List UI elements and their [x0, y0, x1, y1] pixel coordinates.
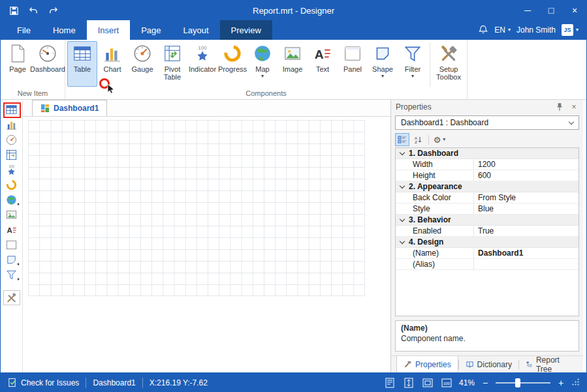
ribbon-item-filter[interactable]: Filter ▾	[398, 41, 428, 87]
component-selector-dropdown[interactable]: Dashboard1 : Dashboard	[395, 115, 579, 130]
property-row-name[interactable]: (Name) Dashboard1	[396, 248, 579, 259]
map-icon	[253, 44, 272, 63]
ribbon-item-image[interactable]: Image	[278, 41, 308, 87]
page-setup-icon[interactable]	[383, 376, 396, 389]
check-icon	[7, 378, 17, 387]
pin-button[interactable]	[555, 102, 564, 112]
group-label-new-item: New Item	[3, 88, 63, 99]
check-for-issues-button[interactable]: Check for Issues	[7, 378, 79, 387]
toolbox-item-image[interactable]	[3, 207, 20, 222]
save-button[interactable]	[6, 3, 22, 18]
dashboard-grid-surface[interactable]	[28, 120, 365, 296]
toolbox-item-gauge[interactable]	[3, 132, 20, 147]
fit-page-icon[interactable]	[421, 376, 434, 389]
tab-page[interactable]: Page	[130, 20, 172, 40]
ribbon-item-gauge[interactable]: Gauge	[127, 41, 157, 87]
svg-text:Z: Z	[415, 140, 417, 144]
ribbon-item-setup-toolbox[interactable]: Setup Toolbox	[432, 41, 465, 87]
toolbox-item-text[interactable]: A	[3, 222, 20, 237]
notifications-button[interactable]	[478, 24, 488, 37]
chevron-down-icon: ▾	[261, 74, 264, 79]
toolbox-item-filter[interactable]	[3, 267, 20, 282]
avatar: JS	[562, 24, 573, 36]
categorized-view-button[interactable]	[395, 133, 409, 146]
ribbon-item-indicator[interactable]: 100 Indicator	[187, 41, 217, 87]
minimize-button[interactable]: ─	[516, 1, 539, 20]
fit-height-icon[interactable]	[402, 376, 415, 389]
chevron-down-icon: ▾	[381, 74, 384, 79]
ribbon-item-page[interactable]: Page	[3, 41, 33, 87]
property-group-appearance[interactable]: 2. Appearance	[396, 181, 579, 192]
toolbox-item-chart[interactable]	[3, 117, 20, 132]
zoom-100-icon[interactable]: 100	[440, 376, 453, 389]
panel-icon	[5, 239, 18, 251]
close-panel-button[interactable]: ×	[569, 102, 579, 112]
status-separator	[142, 378, 143, 388]
image-icon	[5, 209, 18, 221]
ribbon-item-pivot-table[interactable]: Pivot Table	[157, 41, 187, 87]
ribbon-item-dashboard[interactable]: Dashboard	[33, 41, 63, 87]
flyout-arrow-icon	[18, 203, 20, 205]
ribbon-item-table[interactable]: Table	[67, 41, 97, 87]
property-group-behavior[interactable]: 3. Behavior	[396, 215, 579, 226]
property-row-back-color[interactable]: Back Color From Style	[396, 192, 579, 204]
ribbon-item-panel[interactable]: Panel	[338, 41, 368, 87]
user-name: John Smith	[516, 25, 556, 35]
properties-toolbar: AZ ⚙ ▾	[391, 132, 583, 147]
zoom-out-button[interactable]: −	[481, 378, 490, 388]
status-right: 100 41% − +	[383, 376, 580, 389]
ribbon-item-progress[interactable]: Progress	[217, 41, 247, 87]
document-tab-dashboard1[interactable]: Dashboard1	[32, 100, 107, 116]
resize-grip[interactable]	[571, 378, 580, 388]
property-row-style[interactable]: Style Blue	[396, 204, 579, 215]
tab-layout[interactable]: Layout	[172, 20, 220, 40]
undo-button[interactable]	[25, 3, 41, 18]
property-group-dashboard[interactable]: 1. Dashboard	[396, 148, 579, 159]
tab-preview[interactable]: Preview	[220, 20, 272, 40]
zoom-slider-thumb[interactable]	[515, 378, 520, 387]
properties-panel-header: Properties ×	[391, 100, 583, 114]
document-tab-label: Dashboard1	[54, 104, 99, 113]
close-button[interactable]: ×	[563, 1, 586, 20]
document-tab-strip: Dashboard1	[23, 100, 390, 117]
toolbox-item-setup-toolbox[interactable]	[3, 290, 20, 305]
toolbox-item-panel[interactable]	[3, 237, 20, 252]
toolbox-item-progress[interactable]	[3, 177, 20, 192]
zoom-in-button[interactable]: +	[556, 378, 565, 388]
property-row-height[interactable]: Height 600	[396, 170, 579, 181]
chevron-down-icon: ▾	[508, 27, 511, 33]
property-row-alias[interactable]: (Alias)	[396, 259, 579, 270]
property-row-width[interactable]: Width 1200	[396, 159, 579, 170]
toolbox-item-indicator[interactable]: 100	[3, 162, 20, 177]
svg-text:A: A	[415, 136, 417, 140]
tab-insert[interactable]: Insert	[87, 20, 131, 40]
redo-button[interactable]	[45, 3, 61, 18]
chevron-down-icon: ▾	[576, 27, 579, 33]
language-selector[interactable]: EN ▾	[494, 25, 511, 35]
zoom-slider-track[interactable]	[496, 382, 550, 384]
active-page-label[interactable]: Dashboard1	[93, 378, 135, 387]
toolbox-item-shape[interactable]	[3, 252, 20, 267]
shape-icon	[5, 254, 18, 266]
maximize-button[interactable]: □	[539, 1, 563, 20]
toolbox-item-pivot-table[interactable]	[3, 147, 20, 162]
account-menu[interactable]: JS ▾	[562, 24, 579, 36]
property-group-design[interactable]: 4. Design	[396, 237, 579, 248]
toolbar-separator	[428, 135, 429, 145]
ribbon-item-text[interactable]: A Text	[308, 41, 338, 87]
quick-access-toolbar	[1, 3, 86, 18]
panel-tab-dictionary[interactable]: Dictionary	[459, 356, 518, 372]
panel-tab-report-tree[interactable]: Report Tree	[519, 356, 578, 372]
design-canvas[interactable]	[23, 117, 390, 372]
panel-tab-properties[interactable]: Properties	[396, 356, 458, 372]
ribbon-item-map[interactable]: Map ▾	[247, 41, 278, 87]
zoom-slider[interactable]	[496, 378, 550, 388]
property-row-enabled[interactable]: Enabled True	[396, 226, 579, 237]
alphabetical-sort-button[interactable]: AZ	[411, 133, 425, 146]
tab-file[interactable]: File	[6, 20, 42, 40]
ribbon-item-shape[interactable]: Shape ▾	[368, 41, 398, 87]
property-description-box: (Name) Component name.	[395, 320, 579, 352]
toolbox-item-map[interactable]	[3, 192, 20, 207]
tab-home[interactable]: Home	[42, 20, 87, 40]
settings-menu-button[interactable]: ⚙ ▾	[432, 133, 447, 146]
